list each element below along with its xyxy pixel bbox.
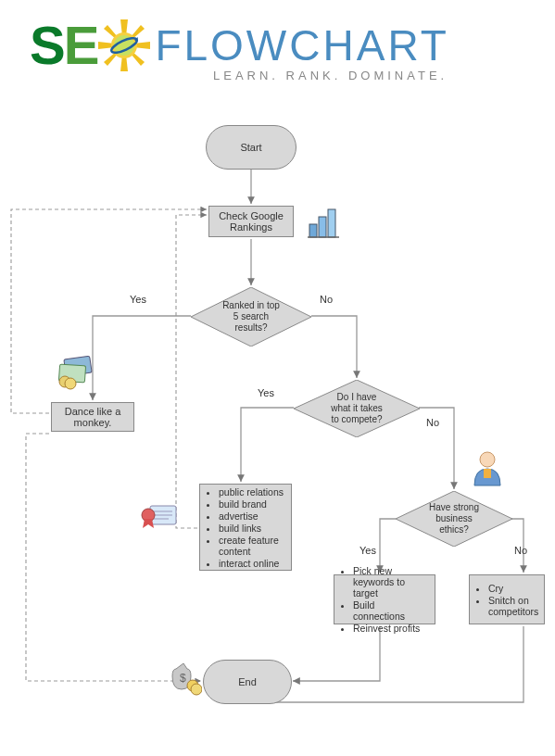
node-ethics-no-actions: Cry Snitch on competitors [469, 574, 545, 624]
yes-label-2: Yes [258, 387, 274, 398]
money-bag-icon: $ [165, 660, 202, 700]
person-icon [469, 448, 506, 493]
node-ethics-yes-actions: Pick new keywords to target Build connec… [334, 574, 435, 624]
ribbon-certificate-icon [137, 498, 180, 539]
check-rankings-label: Check Google Rankings [219, 210, 284, 233]
list-item: interact online [219, 558, 285, 569]
list-item: Snitch on competitors [488, 595, 538, 617]
logo-s: S [30, 15, 64, 75]
no-label-1: No [320, 294, 333, 305]
list-item: create feature content [219, 535, 285, 557]
no-label-2: No [426, 417, 439, 428]
end-label: End [238, 676, 257, 687]
svg-point-20 [480, 452, 495, 467]
svg-rect-7 [328, 209, 335, 237]
yes-label-3: Yes [359, 545, 376, 556]
list-item: Pick new keywords to target [353, 565, 429, 598]
dance-monkey-label: Dance like a monkey. [65, 406, 121, 428]
svg-rect-21 [484, 469, 491, 478]
logo-e: E [64, 15, 98, 75]
svg-text:$: $ [180, 672, 186, 685]
logo-flowchart: FLOWCHART [155, 20, 449, 70]
node-have-compete: Do I have what it takes to compete? [294, 380, 420, 437]
node-start: Start [206, 125, 296, 170]
node-dance-monkey: Dance like a monkey. [51, 402, 134, 432]
sun-icon [97, 19, 151, 72]
compete-actions-list: public relations build brand advertise b… [206, 485, 285, 570]
ranked-top5-label: Ranked in top 5 search results? [206, 300, 296, 334]
list-item: build links [219, 523, 285, 534]
list-item: Cry [488, 583, 538, 594]
svg-point-25 [191, 684, 202, 695]
svg-rect-6 [319, 217, 326, 237]
ethics-no-list: Cry Snitch on competitors [475, 582, 538, 618]
no-label-3: No [514, 545, 527, 556]
bar-chart-icon [306, 204, 343, 245]
list-item: advertise [219, 510, 285, 522]
yes-label-1: Yes [130, 294, 146, 305]
money-card-icon [56, 354, 96, 395]
svg-point-13 [65, 378, 76, 389]
list-item: public relations [219, 486, 285, 498]
svg-rect-5 [309, 224, 317, 237]
list-item: Build connections [353, 599, 429, 622]
start-label: Start [240, 142, 261, 153]
logo-tagline: LEARN. RANK. DOMINATE. [213, 69, 449, 82]
strong-ethics-label: Have strong business ethics? [412, 502, 496, 536]
node-end: End [203, 660, 292, 704]
node-compete-actions: public relations build brand advertise b… [199, 484, 292, 571]
node-check-rankings: Check Google Rankings [208, 206, 294, 237]
flowchart-canvas: Start Check Google Rankings Ranked in to… [0, 111, 555, 756]
have-compete-label: Do I have what it takes to compete? [314, 392, 399, 425]
brand-logo: SE [30, 14, 449, 82]
list-item: build brand [219, 498, 285, 510]
node-strong-ethics: Have strong business ethics? [396, 491, 512, 547]
ethics-yes-list: Pick new keywords to target Build connec… [340, 564, 429, 635]
list-item: Reinvest profits [353, 623, 429, 634]
node-ranked-top5: Ranked in top 5 search results? [191, 287, 311, 346]
